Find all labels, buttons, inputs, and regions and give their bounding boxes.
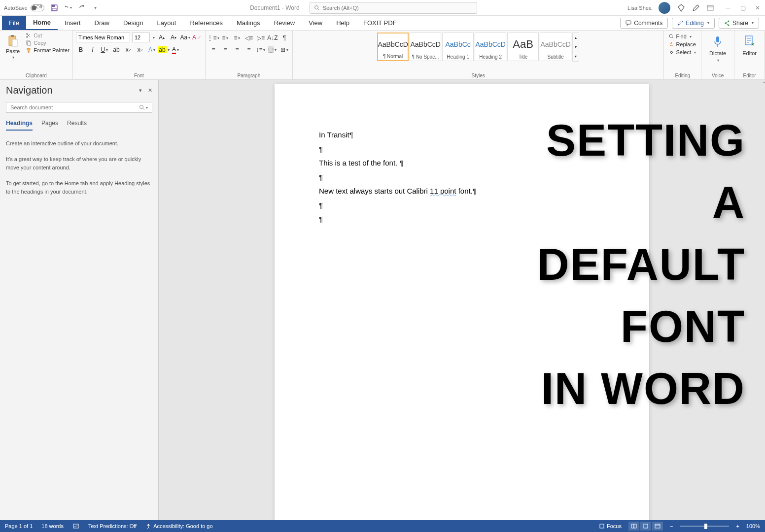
pen-icon[interactable] bbox=[692, 4, 700, 12]
style-heading2[interactable]: AaBbCcDHeading 2 bbox=[475, 33, 506, 61]
style-subtitle[interactable]: AaBbCcDSubtitle bbox=[540, 33, 571, 61]
change-case-icon[interactable]: Aa▾ bbox=[180, 33, 190, 42]
zoom-slider[interactable] bbox=[680, 526, 729, 527]
status-page[interactable]: Page 1 of 1 bbox=[5, 523, 33, 529]
replace-button[interactable]: Replace bbox=[669, 41, 696, 47]
tab-file[interactable]: File bbox=[2, 16, 26, 30]
editor-button[interactable]: Editor bbox=[737, 33, 762, 58]
align-left-icon[interactable]: ≡ bbox=[209, 45, 218, 54]
gallery-more-icon[interactable]: ▾ bbox=[573, 52, 579, 61]
document-area[interactable]: In Transit¶ ¶ This is a test of the font… bbox=[159, 80, 765, 520]
undo-icon[interactable]: ▾ bbox=[64, 4, 72, 12]
tab-insert[interactable]: Insert bbox=[58, 16, 88, 30]
svg-rect-20 bbox=[716, 36, 719, 42]
decrease-indent-icon[interactable]: ◁≡ bbox=[244, 33, 254, 42]
nav-tab-results[interactable]: Results bbox=[67, 120, 87, 131]
select-button[interactable]: Select▾ bbox=[669, 49, 696, 55]
borders-icon[interactable]: ⊞▾ bbox=[279, 45, 289, 54]
read-mode-icon[interactable] bbox=[628, 522, 639, 531]
zoom-level[interactable]: 100% bbox=[746, 523, 760, 529]
multilevel-icon[interactable]: ≡▾ bbox=[232, 33, 242, 42]
font-name-select[interactable] bbox=[76, 33, 130, 42]
align-center-icon[interactable]: ≡ bbox=[220, 45, 230, 54]
editing-mode-button[interactable]: Editing ▾ bbox=[672, 18, 715, 29]
line-spacing-icon[interactable]: ↕≡▾ bbox=[256, 45, 266, 54]
nav-tab-pages[interactable]: Pages bbox=[41, 120, 58, 131]
underline-button[interactable]: U▾ bbox=[100, 45, 109, 54]
web-layout-icon[interactable] bbox=[652, 522, 663, 531]
italic-button[interactable]: I bbox=[88, 45, 98, 54]
status-words[interactable]: 18 words bbox=[41, 523, 64, 529]
save-icon[interactable] bbox=[50, 4, 58, 12]
grow-font-icon[interactable]: A▴ bbox=[157, 33, 167, 42]
search-input[interactable] bbox=[323, 5, 473, 11]
nav-close-icon[interactable]: ✕ bbox=[148, 87, 152, 94]
bullets-icon[interactable]: ⋮≡▾ bbox=[209, 33, 218, 42]
font-color-icon[interactable]: A▾ bbox=[171, 45, 180, 54]
tab-design[interactable]: Design bbox=[116, 16, 150, 30]
align-right-icon[interactable]: ≡ bbox=[232, 45, 242, 54]
tab-layout[interactable]: Layout bbox=[150, 16, 183, 30]
tab-home[interactable]: Home bbox=[26, 16, 58, 30]
paste-button[interactable]: Paste ▾ bbox=[3, 33, 23, 62]
bold-button[interactable]: B bbox=[76, 45, 86, 54]
zoom-thumb[interactable] bbox=[704, 524, 707, 529]
numbering-icon[interactable]: ≡▾ bbox=[220, 33, 230, 42]
comments-button[interactable]: Comments bbox=[620, 18, 668, 29]
gallery-down-icon[interactable]: ▾ bbox=[573, 42, 579, 52]
style-title[interactable]: AaBTitle bbox=[507, 33, 539, 61]
diamond-icon[interactable] bbox=[677, 4, 685, 12]
highlight-icon[interactable]: ab▾ bbox=[159, 45, 169, 54]
shrink-font-icon[interactable]: A▾ bbox=[169, 33, 178, 42]
show-marks-icon[interactable]: ¶ bbox=[279, 33, 289, 42]
find-button[interactable]: Find▾ bbox=[669, 33, 696, 39]
text-effects-icon[interactable]: A▾ bbox=[147, 45, 157, 54]
close-button[interactable]: ✕ bbox=[754, 4, 761, 11]
gallery-up-icon[interactable]: ▴ bbox=[573, 33, 579, 42]
zoom-in-icon[interactable]: + bbox=[736, 523, 739, 529]
format-painter-button[interactable]: Format Painter bbox=[26, 47, 70, 53]
redo-icon[interactable] bbox=[78, 4, 86, 12]
increase-indent-icon[interactable]: ▷≡ bbox=[256, 33, 266, 42]
search-box[interactable] bbox=[310, 2, 477, 14]
zoom-out-icon[interactable]: − bbox=[670, 523, 673, 529]
qat-customize-icon[interactable]: ▾ bbox=[92, 4, 100, 12]
strikethrough-button[interactable]: ab bbox=[111, 45, 121, 54]
status-accessibility[interactable]: Accessibility: Good to go bbox=[145, 523, 212, 529]
tab-references[interactable]: References bbox=[183, 16, 229, 30]
tab-mailings[interactable]: Mailings bbox=[230, 16, 267, 30]
sort-icon[interactable]: A↓Z bbox=[268, 33, 278, 42]
tab-foxit[interactable]: FOXIT PDF bbox=[356, 16, 404, 30]
tab-view[interactable]: View bbox=[302, 16, 329, 30]
subscript-button[interactable]: x2 bbox=[123, 45, 133, 54]
nav-search-input[interactable] bbox=[10, 104, 139, 110]
copy-button[interactable]: Copy bbox=[26, 40, 70, 46]
nav-search-box[interactable]: ▾ bbox=[6, 102, 152, 113]
font-size-select[interactable] bbox=[132, 33, 150, 42]
dictate-button[interactable]: Dictate▾ bbox=[704, 33, 731, 65]
share-button[interactable]: Share ▾ bbox=[719, 18, 759, 29]
justify-icon[interactable]: ≡ bbox=[244, 45, 254, 54]
style-heading1[interactable]: AaBbCcHeading 1 bbox=[442, 33, 474, 61]
clear-format-icon[interactable]: A⟋ bbox=[192, 33, 202, 42]
focus-button[interactable]: Focus bbox=[599, 523, 622, 529]
style-nospacing[interactable]: AaBbCcD¶ No Spac... bbox=[410, 33, 441, 61]
maximize-button[interactable]: ▢ bbox=[739, 4, 746, 11]
cut-button[interactable]: Cut bbox=[26, 33, 70, 38]
shading-icon[interactable]: ⬚▾ bbox=[268, 45, 278, 54]
avatar[interactable] bbox=[659, 2, 670, 14]
status-predictions[interactable]: Text Predictions: Off bbox=[88, 523, 137, 529]
nav-tab-headings[interactable]: Headings bbox=[6, 120, 33, 131]
superscript-button[interactable]: x2 bbox=[135, 45, 145, 54]
tab-draw[interactable]: Draw bbox=[88, 16, 116, 30]
autosave-toggle[interactable]: AutoSave Off bbox=[4, 4, 44, 11]
nav-dropdown-icon[interactable]: ▾ bbox=[139, 87, 142, 94]
style-normal[interactable]: AaBbCcD¶ Normal bbox=[377, 33, 409, 61]
ribbon-display-icon[interactable] bbox=[707, 4, 714, 11]
minimize-button[interactable]: ─ bbox=[725, 4, 731, 11]
tab-review[interactable]: Review bbox=[267, 16, 302, 30]
search-icon bbox=[139, 104, 145, 110]
print-layout-icon[interactable] bbox=[640, 522, 651, 531]
spellcheck-icon[interactable] bbox=[72, 523, 79, 530]
tab-help[interactable]: Help bbox=[329, 16, 356, 30]
